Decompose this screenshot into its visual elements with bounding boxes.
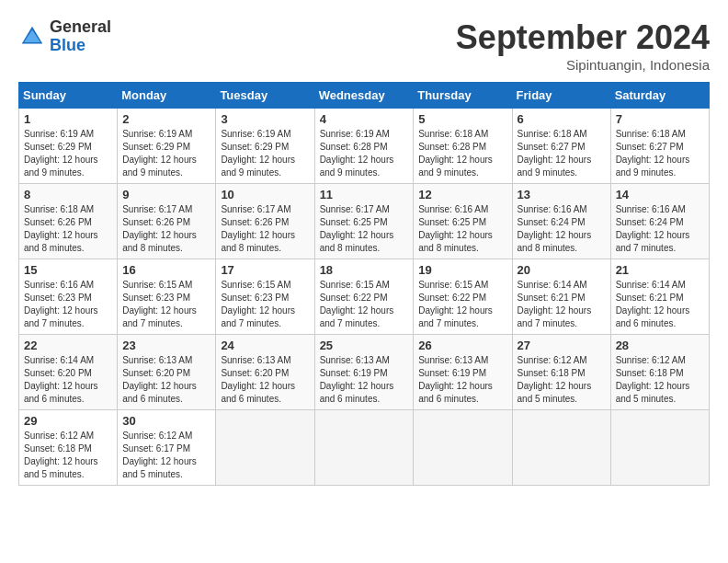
table-row: 22 Sunrise: 6:14 AM Sunset: 6:20 PM Dayl… [19,335,118,410]
logo-icon [18,23,46,51]
page-header: General Blue September 2024 Sipintuangin… [18,18,710,73]
month-title: September 2024 [456,18,710,57]
logo-blue-text: Blue [50,37,111,55]
table-row: 30 Sunrise: 6:12 AM Sunset: 6:17 PM Dayl… [118,410,216,486]
col-sunday: Sunday [19,83,118,109]
table-row: 23 Sunrise: 6:13 AM Sunset: 6:20 PM Dayl… [118,335,216,410]
table-row: 5 Sunrise: 6:18 AM Sunset: 6:28 PM Dayli… [414,109,512,184]
col-monday: Monday [118,83,216,109]
table-row: 4 Sunrise: 6:19 AM Sunset: 6:28 PM Dayli… [314,109,414,184]
table-row: 7 Sunrise: 6:18 AM Sunset: 6:27 PM Dayli… [610,109,709,184]
table-row: 2 Sunrise: 6:19 AM Sunset: 6:29 PM Dayli… [118,109,216,184]
empty-cell [314,410,414,486]
title-area: September 2024 Sipintuangin, Indonesia [456,18,710,73]
table-row: 28 Sunrise: 6:12 AM Sunset: 6:18 PM Dayl… [610,335,709,410]
table-row: 18 Sunrise: 6:15 AM Sunset: 6:22 PM Dayl… [314,259,414,335]
logo-general-text: General [50,18,111,37]
table-row: 29 Sunrise: 6:12 AM Sunset: 6:18 PM Dayl… [19,410,118,486]
calendar-table: Sunday Monday Tuesday Wednesday Thursday… [18,82,710,486]
table-row: 24 Sunrise: 6:13 AM Sunset: 6:20 PM Dayl… [216,335,314,410]
location-subtitle: Sipintuangin, Indonesia [456,57,710,73]
table-row: 21 Sunrise: 6:14 AM Sunset: 6:21 PM Dayl… [610,259,709,335]
calendar-week-3: 15 Sunrise: 6:16 AM Sunset: 6:23 PM Dayl… [19,259,710,335]
empty-cell [414,410,512,486]
col-tuesday: Tuesday [216,83,314,109]
empty-cell [610,410,709,486]
table-row: 3 Sunrise: 6:19 AM Sunset: 6:29 PM Dayli… [216,109,314,184]
calendar-week-2: 8 Sunrise: 6:18 AM Sunset: 6:26 PM Dayli… [19,184,710,259]
table-row: 26 Sunrise: 6:13 AM Sunset: 6:19 PM Dayl… [414,335,512,410]
table-row: 1 Sunrise: 6:19 AM Sunset: 6:29 PM Dayli… [19,109,118,184]
table-row: 15 Sunrise: 6:16 AM Sunset: 6:23 PM Dayl… [19,259,118,335]
col-saturday: Saturday [610,83,709,109]
table-row: 19 Sunrise: 6:15 AM Sunset: 6:22 PM Dayl… [414,259,512,335]
empty-cell [512,410,610,486]
col-thursday: Thursday [414,83,512,109]
calendar-week-5: 29 Sunrise: 6:12 AM Sunset: 6:18 PM Dayl… [19,410,710,486]
empty-cell [216,410,314,486]
col-friday: Friday [512,83,610,109]
logo: General Blue [18,18,111,55]
table-row: 8 Sunrise: 6:18 AM Sunset: 6:26 PM Dayli… [19,184,118,259]
table-row: 11 Sunrise: 6:17 AM Sunset: 6:25 PM Dayl… [314,184,414,259]
col-wednesday: Wednesday [314,83,414,109]
table-row: 16 Sunrise: 6:15 AM Sunset: 6:23 PM Dayl… [118,259,216,335]
table-row: 10 Sunrise: 6:17 AM Sunset: 6:26 PM Dayl… [216,184,314,259]
table-row: 9 Sunrise: 6:17 AM Sunset: 6:26 PM Dayli… [118,184,216,259]
table-row: 6 Sunrise: 6:18 AM Sunset: 6:27 PM Dayli… [512,109,610,184]
calendar-week-1: 1 Sunrise: 6:19 AM Sunset: 6:29 PM Dayli… [19,109,710,184]
table-row: 25 Sunrise: 6:13 AM Sunset: 6:19 PM Dayl… [314,335,414,410]
table-row: 27 Sunrise: 6:12 AM Sunset: 6:18 PM Dayl… [512,335,610,410]
calendar-week-4: 22 Sunrise: 6:14 AM Sunset: 6:20 PM Dayl… [19,335,710,410]
table-row: 17 Sunrise: 6:15 AM Sunset: 6:23 PM Dayl… [216,259,314,335]
table-row: 20 Sunrise: 6:14 AM Sunset: 6:21 PM Dayl… [512,259,610,335]
table-row: 13 Sunrise: 6:16 AM Sunset: 6:24 PM Dayl… [512,184,610,259]
table-row: 12 Sunrise: 6:16 AM Sunset: 6:25 PM Dayl… [414,184,512,259]
calendar-header-row: Sunday Monday Tuesday Wednesday Thursday… [19,83,710,109]
table-row: 14 Sunrise: 6:16 AM Sunset: 6:24 PM Dayl… [610,184,709,259]
